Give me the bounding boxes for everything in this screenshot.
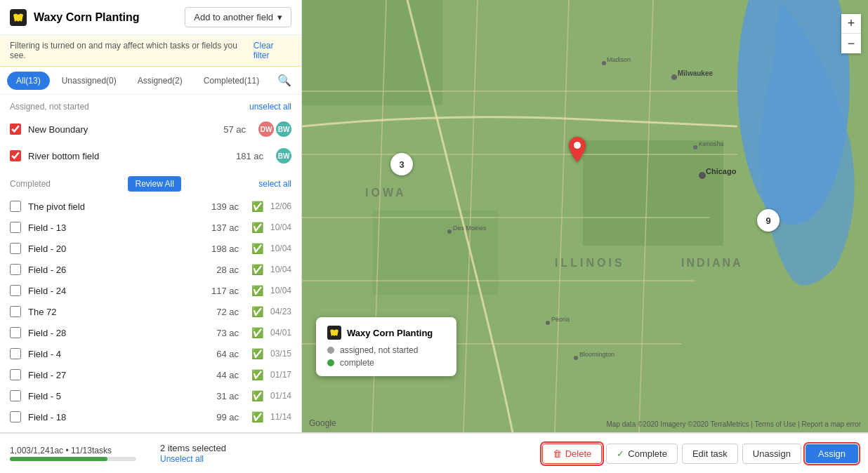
svg-text:Madison: Madison [607, 56, 631, 63]
review-all-button[interactable]: Review All [128, 176, 180, 192]
completed-row-6[interactable]: Field - 28 73 ac ✅ 04/01 [0, 322, 301, 343]
zoom-out-button[interactable]: − [841, 34, 861, 53]
filter-message: Filtering is turned on and may affect wh… [10, 41, 254, 60]
completed-row-4[interactable]: Field - 24 117 ac ✅ 10/04 [0, 280, 301, 301]
cluster-9: 9 [757, 209, 780, 232]
clear-filter-link[interactable]: Clear filter [254, 41, 291, 60]
svg-point-26 [447, 229, 452, 234]
completed-checkbox-9[interactable] [10, 390, 21, 401]
completed-row-7[interactable]: Field - 4 64 ac ✅ 03/15 [0, 343, 301, 364]
tab-unassigned[interactable]: Unassigned(0) [53, 72, 126, 90]
completed-field-name-6: Field - 28 [28, 328, 209, 338]
tab-assigned[interactable]: Assigned(2) [129, 72, 192, 90]
svg-point-28 [546, 321, 550, 325]
progress-wrap [10, 457, 143, 461]
completed-acres-4: 117 ac [211, 286, 239, 296]
check-icon-10: ✅ [251, 411, 263, 422]
field-acres-2: 181 ac [236, 151, 263, 161]
completed-checkbox-0[interactable] [10, 201, 21, 212]
svg-text:Milwaukee: Milwaukee [678, 69, 713, 77]
completed-checkbox-6[interactable] [10, 327, 21, 338]
completed-field-name-5: The 72 [28, 307, 209, 317]
check-icon-2: ✅ [251, 243, 263, 254]
check-icon-6: ✅ [251, 327, 263, 338]
search-button[interactable]: 🔍 [275, 71, 294, 90]
assigned-field-row-2[interactable]: River bottom field 181 ac BW [0, 142, 301, 169]
avatar-dw: DW [258, 121, 274, 137]
svg-point-30 [574, 356, 578, 360]
check-icon-3: ✅ [251, 264, 263, 275]
tabs-bar: All(13) Unassigned(0) Assigned(2) Comple… [0, 67, 301, 95]
field-list: Assigned, not started unselect all New B… [0, 95, 301, 432]
completed-row-9[interactable]: Field - 5 31 ac ✅ 01/14 [0, 385, 301, 406]
svg-text:Bloomington: Bloomington [579, 351, 614, 358]
field-checkbox-1[interactable] [10, 124, 21, 135]
completed-checkbox-10[interactable] [10, 411, 21, 422]
completed-acres-3: 28 ac [216, 265, 239, 275]
zoom-in-button[interactable]: + [841, 14, 861, 34]
tab-completed[interactable]: Completed(11) [195, 72, 268, 90]
tooltip-status1: assigned, not started [340, 345, 418, 355]
svg-point-18 [602, 61, 606, 65]
completed-field-name-9: Field - 5 [28, 391, 209, 401]
add-field-button[interactable]: Add to another field ▾ [185, 7, 291, 27]
check-icon-1: ✅ [251, 222, 263, 233]
panel-title: Waxy Corn Planting [34, 11, 178, 24]
check-icon-5: ✅ [251, 306, 263, 317]
edit-task-button[interactable]: Edit task [682, 444, 738, 464]
unselect-all-bottom-link[interactable]: Unselect all [160, 454, 204, 464]
completed-row-0[interactable]: The pivot field 139 ac ✅ 12/06 [0, 196, 301, 217]
field-checkbox-2[interactable] [10, 150, 21, 161]
field-name-1: New Boundary [28, 124, 216, 135]
action-buttons: 🗑 Delete ✓ Complete Edit task Unassign A… [542, 444, 858, 464]
completed-field-name-3: Field - 26 [28, 265, 209, 275]
complete-button[interactable]: ✓ Complete [606, 444, 678, 464]
unselect-all-link[interactable]: unselect all [249, 102, 291, 112]
unassign-button[interactable]: Unassign [742, 444, 801, 464]
selected-info: 2 items selected Unselect all [150, 443, 236, 464]
delete-button[interactable]: 🗑 Delete [542, 444, 603, 464]
tooltip-status2: complete [340, 358, 374, 368]
completed-section-header: Completed Review All select all [0, 169, 301, 196]
completed-field-name-7: Field - 4 [28, 349, 209, 359]
completed-date-7: 03/15 [270, 349, 291, 359]
completed-acres-9: 31 ac [216, 391, 239, 401]
tab-all[interactable]: All(13) [7, 72, 50, 90]
completed-date-2: 10/04 [270, 244, 291, 253]
selected-text: 2 items selected [160, 443, 226, 453]
completed-checkbox-2[interactable] [10, 243, 21, 254]
cluster-3: 3 [390, 153, 413, 175]
completed-section-title: Completed [10, 179, 51, 189]
completed-checkbox-5[interactable] [10, 306, 21, 317]
completed-checkbox-8[interactable] [10, 369, 21, 380]
completed-acres-10: 99 ac [216, 412, 239, 422]
completed-checkbox-1[interactable] [10, 222, 21, 233]
completed-date-3: 10/04 [270, 265, 291, 274]
completed-row-5[interactable]: The 72 72 ac ✅ 04/23 [0, 301, 301, 322]
tooltip-logo [327, 326, 341, 340]
progress-bar-bg [10, 457, 136, 461]
map-attribution: Map data ©2020 Imagery ©2020 TerraMetric… [607, 420, 862, 428]
svg-point-22 [693, 145, 697, 149]
completed-checkbox-4[interactable] [10, 285, 21, 296]
completed-row-2[interactable]: Field - 20 198 ac ✅ 10/04 [0, 238, 301, 259]
assigned-field-row-1[interactable]: New Boundary 57 ac DW BW [0, 116, 301, 142]
tooltip-row-2: complete [327, 358, 445, 368]
map-marker [569, 137, 586, 164]
check-icon-9: ✅ [251, 390, 263, 401]
select-all-completed-link[interactable]: select all [258, 179, 291, 189]
completed-date-0: 12/06 [270, 201, 291, 211]
completed-row-10[interactable]: Field - 18 99 ac ✅ 11/14 [0, 406, 301, 427]
completed-checkbox-3[interactable] [10, 264, 21, 275]
completed-date-8: 01/17 [270, 370, 291, 380]
completed-date-6: 04/01 [270, 328, 291, 338]
completed-row-3[interactable]: Field - 26 28 ac ✅ 10/04 [0, 259, 301, 280]
completed-field-name-1: Field - 13 [28, 222, 204, 233]
assign-button[interactable]: Assign [805, 444, 858, 463]
completed-row-8[interactable]: Field - 27 44 ac ✅ 01/17 [0, 364, 301, 385]
svg-rect-5 [372, 211, 499, 295]
trash-icon: 🗑 [553, 448, 562, 459]
completed-row-1[interactable]: Field - 13 137 ac ✅ 10/04 [0, 217, 301, 238]
completed-checkbox-7[interactable] [10, 348, 21, 359]
svg-text:IOWA: IOWA [365, 187, 407, 199]
